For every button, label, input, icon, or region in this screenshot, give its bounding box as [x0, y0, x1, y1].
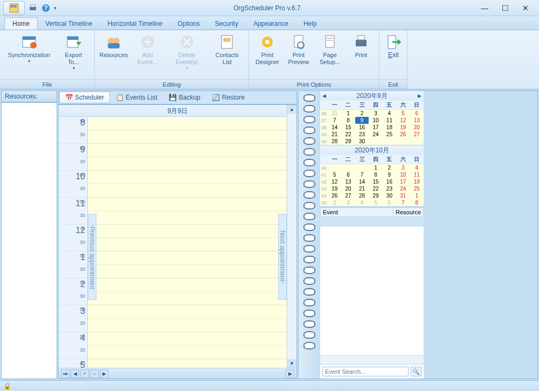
tab-security[interactable]: Security — [208, 18, 246, 30]
event-col-header[interactable]: Event — [320, 207, 393, 217]
titlebar: ? ▾ OrgScheduler Pro v.6.7 — ☐ ✕ — [0, 0, 539, 16]
svg-rect-1 — [11, 5, 13, 8]
svg-rect-22 — [294, 36, 303, 47]
calendar-icon: 📅 — [65, 94, 73, 101]
svg-rect-24 — [326, 36, 334, 47]
tab-home[interactable]: Home — [4, 17, 38, 30]
prev-appointment-button[interactable]: « Previous appointment — [88, 214, 96, 300]
resources-icon — [105, 33, 122, 51]
help-icon[interactable]: ? — [41, 3, 51, 13]
resources-button[interactable]: Resources — [98, 32, 129, 60]
print-preview-button[interactable]: Print Preview — [284, 32, 314, 67]
ribbon-tabs: Home Vertical Timeline Horizontal Timeli… — [0, 16, 539, 30]
search-input[interactable] — [322, 367, 409, 376]
nav-first-icon[interactable]: ⏮ — [61, 369, 70, 378]
tab-appearance[interactable]: Appearance — [246, 18, 296, 30]
print-icon — [353, 33, 370, 51]
svg-rect-3 — [30, 7, 36, 10]
print-designer-button[interactable]: Print Designer — [252, 32, 282, 67]
svg-rect-11 — [67, 37, 78, 40]
tab-help[interactable]: Help — [296, 18, 324, 30]
restore-icon: 🔄 — [212, 94, 220, 101]
scroll-up-icon[interactable]: ▲ — [287, 105, 296, 114]
svg-rect-17 — [222, 36, 232, 48]
resources-body[interactable] — [1, 102, 57, 379]
maximize-button[interactable]: ☐ — [498, 3, 512, 13]
svg-rect-2 — [14, 5, 17, 8]
app-button[interactable] — [3, 1, 25, 15]
exit-icon — [385, 33, 402, 51]
nav-next-icon[interactable]: ▶ — [100, 369, 108, 378]
svg-text:?: ? — [44, 4, 47, 12]
exit-button[interactable]: Exit — [383, 32, 404, 60]
lock-icon: 🔒 — [3, 382, 11, 390]
page-setup-icon — [321, 33, 338, 51]
cal1-title: 2020年9月 — [356, 92, 387, 101]
scheduler-view: 9月9日 800309003010003011003012午3010030200… — [58, 104, 297, 379]
nav-add-icon[interactable]: + — [80, 369, 89, 378]
day-column[interactable] — [88, 117, 287, 368]
close-button[interactable]: ✕ — [519, 3, 533, 13]
tab-horizontal-timeline[interactable]: Horizontal Timeline — [100, 18, 170, 30]
event-table-body[interactable] — [320, 217, 424, 355]
vertical-scrollbar[interactable]: ▲ ▼ — [287, 105, 296, 368]
subtab-events-list[interactable]: 📋Events List — [110, 92, 163, 103]
spiral-binding — [299, 91, 320, 379]
resources-panel: Resources: — [1, 90, 57, 379]
window-title: OrgScheduler Pro v.6.7 — [57, 4, 478, 12]
contacts-icon — [218, 33, 236, 51]
group-label-editing: Editing — [95, 79, 248, 89]
calendar-september[interactable]: ◀2020年9月▶ 一二三四五六日36311234563778910111213… — [320, 91, 424, 145]
subtab-backup[interactable]: 💾Backup — [163, 92, 206, 103]
minimize-button[interactable]: — — [478, 3, 492, 13]
ribbon: Synchronization▾ Export To...▾ File Reso… — [0, 30, 539, 89]
add-event-button: Add Event... — [130, 32, 165, 67]
synchronization-button[interactable]: Synchronization▾ — [3, 32, 55, 65]
cal2-title: 2020年10月 — [355, 146, 389, 155]
cal-next-icon[interactable]: ▶ — [418, 93, 421, 99]
subtab-restore[interactable]: 🔄Restore — [206, 92, 251, 103]
print-button[interactable]: Print — [346, 32, 376, 60]
horizontal-scrollbar[interactable] — [320, 355, 424, 364]
calendar-october[interactable]: 2020年10月 一二三四五六日401234415678910114212131… — [320, 145, 424, 207]
scroll-down-icon[interactable]: ▼ — [287, 359, 296, 368]
tab-options[interactable]: Options — [170, 18, 207, 30]
svg-rect-14 — [108, 43, 120, 48]
export-icon — [65, 33, 82, 51]
event-table: Event Resource — [320, 207, 424, 364]
group-label-print: Print Options — [249, 79, 379, 89]
export-button[interactable]: Export To...▾ — [56, 32, 91, 72]
main-area: Resources: 📅Scheduler 📋Events List 💾Back… — [0, 89, 539, 380]
subtab-scheduler[interactable]: 📅Scheduler — [59, 92, 110, 103]
date-header: 9月9日 — [59, 105, 296, 117]
svg-rect-25 — [327, 38, 333, 39]
page-setup-button[interactable]: Page Setup... — [315, 32, 345, 67]
group-label-exit: Exit — [379, 79, 407, 89]
tab-vertical-timeline[interactable]: Vertical Timeline — [38, 18, 100, 30]
cal-prev-icon[interactable]: ◀ — [322, 93, 326, 99]
resource-col-header[interactable]: Resource — [393, 207, 424, 217]
print-icon[interactable] — [28, 3, 38, 13]
delete-event-button: Delete Event(s)▾ — [166, 32, 208, 72]
next-appointment-button[interactable]: Next appointment » — [278, 214, 287, 300]
table-row[interactable] — [320, 217, 424, 227]
svg-rect-4 — [31, 5, 35, 7]
nav-right-icon[interactable]: ▶ — [286, 369, 294, 378]
nav-minus-icon[interactable]: − — [90, 369, 99, 378]
preview-icon — [290, 33, 307, 51]
group-label-file: File — [0, 79, 94, 89]
contacts-button[interactable]: Contacts List — [209, 32, 245, 67]
svg-rect-28 — [358, 36, 364, 40]
search-button[interactable]: 🔍 — [411, 367, 421, 376]
list-icon: 📋 — [116, 94, 123, 101]
svg-rect-27 — [356, 40, 367, 46]
nav-prev-icon[interactable]: ◀ — [71, 369, 79, 378]
quick-access-toolbar: ? ▾ — [3, 1, 57, 15]
subtabs: 📅Scheduler 📋Events List 💾Backup 🔄Restore — [58, 90, 297, 104]
nav-bar: ⏮ ◀ + − ▶ ▶ — [59, 368, 296, 379]
sync-icon — [20, 33, 38, 51]
gear-icon — [259, 33, 276, 51]
backup-icon: 💾 — [169, 94, 177, 101]
search-box: 🔍 — [320, 364, 424, 379]
svg-rect-8 — [23, 37, 36, 40]
